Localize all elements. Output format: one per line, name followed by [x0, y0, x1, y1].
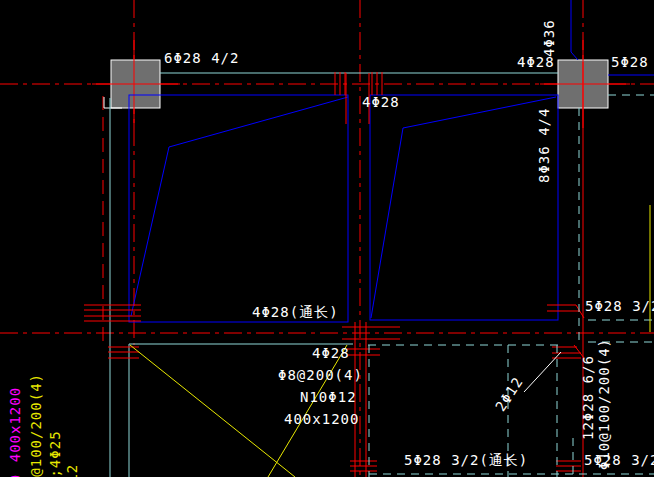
- rebar-label-top-mid-left: 4Φ28: [517, 55, 555, 70]
- stirrup-label-left: Φ10@100/200(4): [29, 373, 44, 477]
- rebar-label-top-left: 6Φ28 4/2: [164, 51, 239, 66]
- beam-size-label: 400x1200: [284, 412, 359, 427]
- rebar-label-lower-top: 4Φ28: [312, 346, 350, 361]
- rebar-label-right-bottom: 12Φ28 6/6: [581, 355, 596, 440]
- rebar-label-right-mid: 5Φ28 3/2: [585, 299, 654, 314]
- rebar-label-mid-top: 4Φ28: [362, 95, 400, 110]
- leader-line: [524, 352, 561, 392]
- centerline-grid: [0, 0, 654, 477]
- rebar-label-top-right: 5Φ28: [611, 55, 649, 70]
- col-top-bars-label: 4Φ36: [542, 19, 557, 57]
- stirrup-label-right-bottom: Φ10@100/200(4): [597, 338, 612, 470]
- beam-name-label-left: (1) 400x1200: [8, 387, 23, 477]
- beam-outlines-blue: [129, 0, 654, 322]
- rebar-label-right-side: 8Φ36 4/4: [537, 108, 552, 183]
- brace-lines-yellow: [130, 205, 650, 477]
- drawing-geometry: [0, 0, 654, 477]
- side-bars-label: N10Φ12: [300, 390, 357, 405]
- ties-label-left: Φ12: [65, 464, 80, 477]
- rebar-label-bottom-mid: 5Φ28 3/2(通长): [404, 453, 528, 468]
- cad-canvas[interactable]: 6Φ28 4/2 4Φ28 5Φ28 4Φ28 4Φ28(通长) 4Φ28 Φ8…: [0, 0, 654, 477]
- beam-edge-top-right: [571, 0, 578, 60]
- rebar-label-bottom-right: 5Φ28 3/2: [584, 453, 654, 468]
- bent-bar-left-bay: [131, 97, 348, 316]
- bars-label-left: 8;4Φ25: [48, 430, 63, 477]
- stirrup-spec-label: Φ8@200(4): [278, 368, 363, 383]
- rebar-label-bottom-through: 4Φ28(通长): [252, 305, 339, 320]
- bent-bar-right-bay: [371, 97, 556, 318]
